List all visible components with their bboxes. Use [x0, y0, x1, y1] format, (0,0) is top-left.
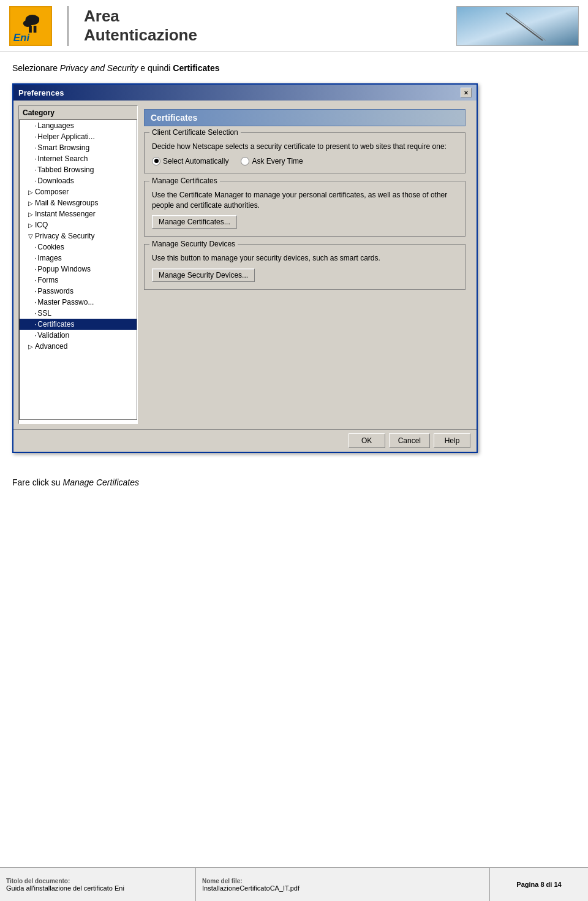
- svg-text:Eni: Eni: [13, 31, 30, 43]
- dialog-wrapper: Preferences × Category ·Languages ·Helpe…: [0, 80, 588, 465]
- dialog-body: Category ·Languages ·Helper Applicati...…: [13, 101, 477, 429]
- tree-item[interactable]: ▷ICQ: [20, 219, 137, 230]
- footer-value2: InstallazioneCertificatoCA_IT.pdf: [202, 884, 483, 892]
- content-panel-title: Certificates: [144, 109, 466, 126]
- tree-item[interactable]: ▽Privacy & Security: [20, 230, 137, 241]
- header-image: [456, 6, 579, 46]
- header-logo: Eni Area Autenticazione: [9, 6, 197, 46]
- section-manage-certs: Manage Certificates Use the Certificate …: [144, 181, 466, 237]
- footer-label1: Titolo del documento:: [6, 878, 189, 884]
- tree-item[interactable]: ·Languages: [20, 120, 137, 131]
- cancel-button[interactable]: Cancel: [389, 433, 430, 448]
- section-client-cert: Client Certificate Selection Decide how …: [144, 132, 466, 173]
- header: Eni Area Autenticazione: [0, 0, 588, 52]
- tree-item[interactable]: ·Certificates: [20, 319, 137, 330]
- category-panel: Category ·Languages ·Helper Applicati...…: [18, 105, 138, 424]
- tree-container[interactable]: ·Languages ·Helper Applicati... ·Smart B…: [19, 120, 137, 420]
- footer-page-info: Pagina 8 di 14: [490, 868, 588, 901]
- tree-item[interactable]: ▷Instant Messenger: [20, 208, 137, 219]
- radio-circle-auto[interactable]: [152, 157, 160, 165]
- manage-certificates-button[interactable]: Manage Certificates...: [152, 215, 237, 229]
- tree-item[interactable]: ·Master Passwo...: [20, 297, 137, 308]
- svg-point-5: [34, 16, 39, 21]
- tree-item[interactable]: ·Smart Browsing: [20, 142, 137, 153]
- section3-title: Manage Security Devices: [149, 240, 238, 248]
- radio-ask-every-time[interactable]: Ask Every Time: [241, 157, 303, 165]
- footer-center: Nome del file: InstallazioneCertificatoC…: [196, 868, 490, 901]
- close-button[interactable]: ×: [461, 88, 472, 97]
- section1-content: Decide how Netscape selects a security c…: [152, 142, 458, 165]
- section3-description: Use this button to manage your security …: [152, 253, 458, 264]
- tree-item[interactable]: ·Forms: [20, 275, 137, 286]
- category-label: Category: [19, 106, 137, 120]
- content-panel: Certificates Client Certificate Selectio…: [138, 105, 472, 424]
- section3-content: Use this button to manage your security …: [152, 253, 458, 282]
- radio-select-automatically[interactable]: Select Automatically: [152, 157, 228, 165]
- dialog-titlebar: Preferences ×: [13, 85, 477, 101]
- preferences-dialog: Preferences × Category ·Languages ·Helpe…: [12, 83, 478, 453]
- tree-item[interactable]: ·Tabbed Browsing: [20, 164, 137, 175]
- tree-item[interactable]: ·Images: [20, 253, 137, 264]
- eni-logo-svg: Eni: [10, 6, 51, 46]
- dialog-footer: OK Cancel Help: [13, 429, 477, 452]
- tree-item[interactable]: ·Popup Windows: [20, 264, 137, 275]
- tree-item[interactable]: ▷Mail & Newsgroups: [20, 197, 137, 208]
- tree-item[interactable]: ·SSL: [20, 308, 137, 319]
- tree-item[interactable]: ·Passwords: [20, 286, 137, 297]
- header-title: Area Autenticazione: [84, 7, 197, 45]
- footer-label2: Nome del file:: [202, 878, 483, 884]
- instruction-top: Selezionare Privacy and Security e quind…: [0, 52, 588, 80]
- svg-rect-4: [34, 26, 37, 32]
- section1-title: Client Certificate Selection: [149, 128, 241, 137]
- page-footer: Titolo del documento: Guida all'installa…: [0, 867, 588, 901]
- section2-description: Use the Certificate Manager to manage yo…: [152, 190, 458, 211]
- tree-item[interactable]: ▷Advanced: [20, 341, 137, 352]
- footer-left: Titolo del documento: Guida all'installa…: [0, 868, 196, 901]
- tree-item[interactable]: ▷Composer: [20, 186, 137, 197]
- tree-item[interactable]: ·Helper Applicati...: [20, 131, 137, 142]
- logo-box: Eni: [9, 6, 52, 46]
- radio-circle-ask[interactable]: [241, 157, 249, 165]
- dialog-title: Preferences: [18, 88, 64, 97]
- bottom-instruction: Fare click su Manage Certificates: [0, 465, 588, 493]
- tree-item[interactable]: ·Downloads: [20, 175, 137, 186]
- tree-item[interactable]: ·Validation: [20, 330, 137, 341]
- section-security-devices: Manage Security Devices Use this button …: [144, 244, 466, 290]
- section2-title: Manage Certificates: [149, 177, 220, 185]
- header-decoration: [457, 7, 579, 46]
- radio-ask-label: Ask Every Time: [252, 157, 303, 165]
- footer-value1: Guida all'installazione del certificato …: [6, 884, 189, 892]
- svg-rect-7: [457, 7, 579, 46]
- tree-item[interactable]: ·Cookies: [20, 241, 137, 253]
- section2-content: Use the Certificate Manager to manage yo…: [152, 190, 458, 229]
- section1-description: Decide how Netscape selects a security c…: [152, 142, 458, 152]
- tree-item[interactable]: ·Internet Search: [20, 153, 137, 164]
- radio-auto-label: Select Automatically: [163, 157, 228, 165]
- radio-row: Select Automatically Ask Every Time: [152, 157, 458, 165]
- ok-button[interactable]: OK: [349, 433, 385, 448]
- help-button[interactable]: Help: [434, 433, 470, 448]
- manage-security-devices-button[interactable]: Manage Security Devices...: [152, 268, 255, 282]
- header-divider: [67, 6, 69, 46]
